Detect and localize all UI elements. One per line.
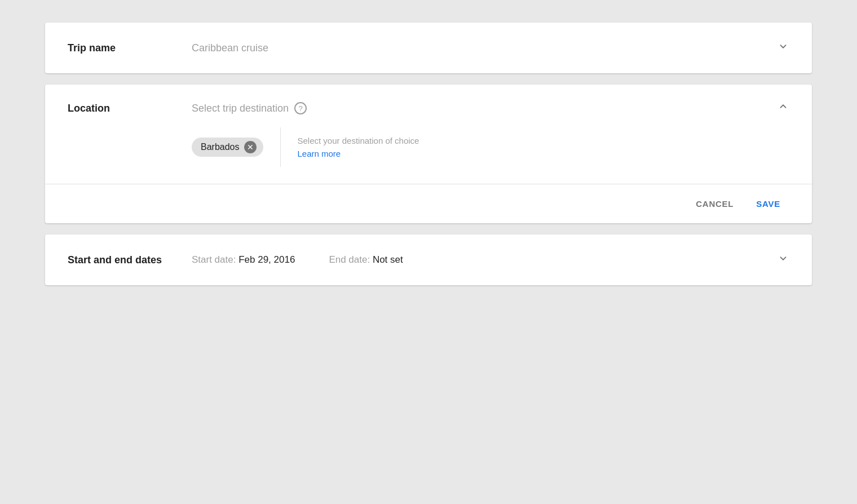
start-date-label: Start date: xyxy=(192,254,236,265)
hint-text: Select your destination of choice xyxy=(298,136,419,145)
start-date-value: Feb 29, 2016 xyxy=(238,254,295,265)
dates-content: Start date: Feb 29, 2016 End date: Not s… xyxy=(192,254,777,266)
cancel-button[interactable]: CANCEL xyxy=(687,193,743,214)
help-icon[interactable]: ? xyxy=(294,102,307,114)
action-row: CANCEL SAVE xyxy=(45,184,812,223)
vertical-divider xyxy=(280,127,281,167)
location-placeholder: Select trip destination xyxy=(192,103,289,114)
location-label: Location xyxy=(68,103,192,114)
start-date-item: Start date: Feb 29, 2016 xyxy=(192,254,295,266)
chip-close-icon: ✕ xyxy=(247,143,254,151)
trip-name-chevron-down-icon[interactable] xyxy=(777,40,789,56)
end-date-label: End date: xyxy=(329,254,370,265)
destination-hint: Select your destination of choice Learn … xyxy=(298,136,419,158)
trip-name-value: Caribbean cruise xyxy=(192,42,268,54)
save-button[interactable]: SAVE xyxy=(747,193,789,214)
trip-name-card: Trip name Caribbean cruise xyxy=(45,23,812,73)
chip-close-button[interactable]: ✕ xyxy=(244,141,257,153)
learn-more-link[interactable]: Learn more xyxy=(298,149,419,158)
dates-label: Start and end dates xyxy=(68,254,192,266)
barbados-chip: Barbados ✕ xyxy=(192,138,263,157)
location-chevron-up-icon[interactable] xyxy=(777,100,789,116)
trip-name-label: Trip name xyxy=(68,42,192,54)
dates-chevron-down-icon[interactable] xyxy=(777,252,789,268)
end-date-value: Not set xyxy=(373,254,403,265)
dates-card: Start and end dates Start date: Feb 29, … xyxy=(45,235,812,285)
chip-label: Barbados xyxy=(201,142,240,152)
location-card: Location Select trip destination ? Barba… xyxy=(45,85,812,223)
end-date-item: End date: Not set xyxy=(329,254,403,266)
